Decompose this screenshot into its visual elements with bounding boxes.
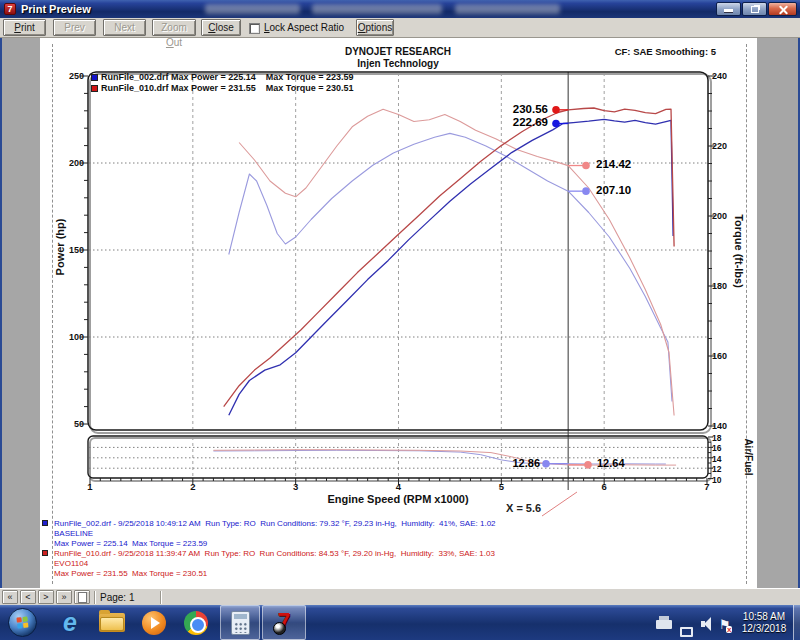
first-page-button[interactable]: « — [2, 590, 18, 604]
minimize-button[interactable] — [716, 2, 741, 16]
show-desktop-button[interactable] — [793, 605, 800, 640]
window-border-left — [0, 18, 2, 605]
dynojet-icon: 7 — [278, 609, 291, 636]
calculator-icon — [231, 611, 250, 635]
page-icon — [78, 592, 87, 603]
window-titlebar: 7 Print Preview — [0, 0, 800, 18]
close-window-button[interactable] — [768, 2, 797, 16]
screen: 7 Print Preview Print Prev Next Zoom Out… — [0, 0, 800, 640]
taskbar-calculator[interactable] — [220, 605, 260, 640]
report-page — [40, 38, 757, 588]
network-tray-icon[interactable] — [680, 627, 693, 637]
restore-button[interactable] — [742, 2, 767, 16]
redacted-title-text — [312, 4, 442, 14]
action-center-alert-badge: x — [726, 626, 732, 633]
print-preview-toolbar: Print Prev Next Zoom Out Close Lock Aspe… — [0, 18, 800, 38]
windows-logo-icon — [16, 616, 29, 629]
preview-area — [0, 38, 800, 588]
taskbar-file-explorer[interactable] — [92, 605, 132, 640]
lock-aspect-ratio-label: Lock Aspect Ratio — [264, 22, 344, 33]
statusbar-separator — [94, 591, 96, 604]
zoom-out-button[interactable]: Zoom Out — [152, 19, 196, 36]
folder-icon — [99, 613, 125, 632]
redacted-title-text — [455, 4, 560, 14]
next-button[interactable]: Next — [103, 19, 146, 36]
page-margin-left — [52, 44, 53, 584]
prev-button[interactable]: Prev — [53, 19, 96, 36]
minimize-icon — [724, 9, 733, 12]
lock-aspect-ratio-checkbox[interactable] — [249, 23, 260, 34]
taskbar-media-player[interactable] — [134, 605, 174, 640]
taskbar-internet-explorer[interactable]: e — [50, 605, 90, 640]
taskbar-clock[interactable]: 10:58 AM 12/3/2018 — [735, 611, 793, 635]
page-indicator: Page: 1 — [100, 592, 134, 603]
statusbar-separator — [160, 591, 162, 604]
app-icon: 7 — [4, 3, 16, 15]
clock-date: 12/3/2018 — [735, 623, 793, 635]
taskbar: e 7 ⚑ x 10:58 AM 12/3/2018 — [0, 605, 800, 640]
media-player-icon — [142, 611, 166, 635]
start-button[interactable] — [8, 608, 37, 637]
redacted-title-text — [205, 4, 300, 14]
page-margin-right — [746, 44, 747, 584]
restore-icon — [751, 6, 759, 13]
prev-page-button[interactable]: < — [20, 590, 36, 604]
taskbar-dynojet-winpep[interactable]: 7 — [262, 605, 306, 640]
clock-time: 10:58 AM — [735, 611, 793, 623]
last-page-button[interactable]: » — [56, 590, 72, 604]
printer-tray-icon[interactable] — [656, 620, 672, 629]
close-button[interactable]: Close — [201, 19, 241, 36]
next-page-button[interactable]: > — [38, 590, 54, 604]
page-setup-button[interactable] — [74, 590, 90, 604]
print-button[interactable]: Print — [3, 19, 46, 36]
chrome-icon — [184, 611, 208, 635]
internet-explorer-icon: e — [63, 608, 77, 637]
taskbar-chrome[interactable] — [176, 605, 216, 640]
window-title: Print Preview — [21, 3, 91, 15]
options-button[interactable]: Options — [356, 19, 394, 36]
statusbar: « < > » Page: 1 — [0, 588, 800, 605]
